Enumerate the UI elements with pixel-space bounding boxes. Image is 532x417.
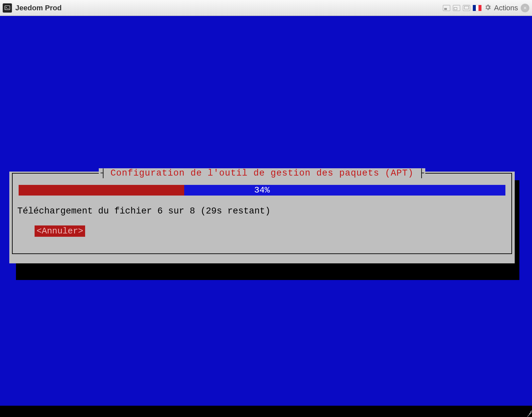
- dialog-title: Configuration de l'outil de gestion des …: [107, 168, 417, 178]
- window-title: Jeedom Prod: [15, 4, 62, 12]
- window-control-large[interactable]: [463, 5, 470, 11]
- terminal-icon: [3, 3, 12, 13]
- console-viewport: ┤ Configuration de l'outil de gestion de…: [0, 16, 532, 417]
- gear-icon[interactable]: [484, 4, 491, 12]
- close-button[interactable]: [521, 4, 529, 12]
- resize-grip-icon[interactable]: [524, 409, 531, 416]
- progress-percent-label: 34%: [19, 185, 505, 196]
- titlebar-left: Jeedom Prod: [3, 3, 62, 13]
- window-control-small[interactable]: [443, 5, 450, 11]
- dialog-title-wrap: ┤ Configuration de l'outil de gestion de…: [13, 168, 511, 178]
- title-decoration-left: ┤: [99, 168, 107, 178]
- window-control-medium[interactable]: [453, 5, 460, 11]
- actions-menu[interactable]: Actions: [494, 4, 518, 12]
- title-decoration-right: ├: [417, 168, 426, 178]
- apt-config-dialog: ┤ Configuration de l'outil de gestion de…: [9, 172, 515, 263]
- svg-rect-0: [5, 6, 10, 10]
- window-titlebar: Jeedom Prod Actions: [0, 0, 532, 16]
- dialog-frame: ┤ Configuration de l'outil de gestion de…: [12, 173, 512, 254]
- progress-bar: 34%: [19, 185, 505, 196]
- flag-france-icon[interactable]: [473, 5, 481, 11]
- download-status-text: Téléchargement du fichier 6 sur 8 (29s r…: [17, 206, 505, 216]
- cancel-button[interactable]: <Annuler>: [35, 225, 85, 237]
- titlebar-right: Actions: [443, 4, 529, 12]
- bottom-bar: [0, 406, 532, 417]
